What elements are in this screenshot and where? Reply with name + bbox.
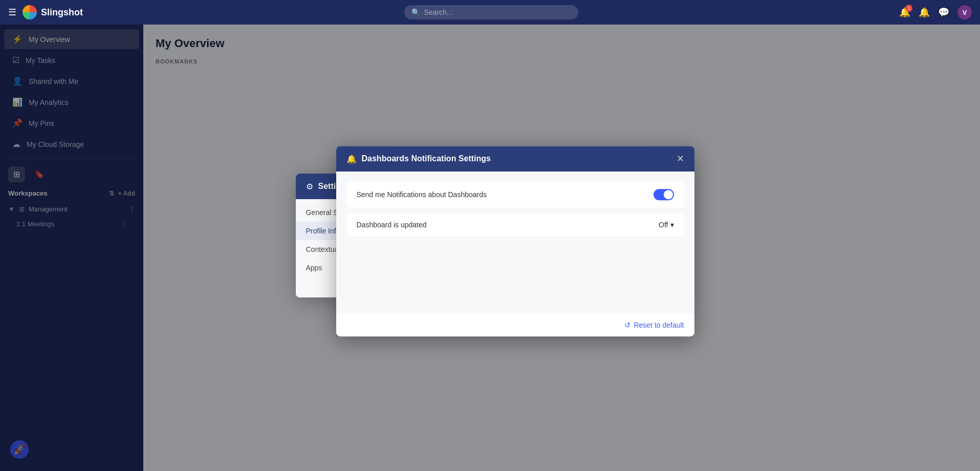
notification-badge: 1 bbox=[905, 5, 912, 12]
dashboard-updated-dropdown[interactable]: Off ▾ bbox=[659, 221, 673, 229]
notif-footer: ↺ Reset to default bbox=[336, 314, 694, 336]
app-logo[interactable]: Slingshot bbox=[23, 5, 83, 19]
logo-circle bbox=[23, 5, 37, 19]
notification-settings-modal: 🔔 Dashboards Notification Settings ✕ Sen… bbox=[336, 146, 694, 336]
reset-to-default-button[interactable]: ↺ Reset to default bbox=[624, 321, 684, 329]
notif-row-updated: Dashboard is updated Off ▾ bbox=[346, 213, 684, 236]
notif-body: Send me Notifications about Dashboards D… bbox=[336, 172, 694, 314]
menu-icon[interactable]: ☰ bbox=[8, 7, 16, 18]
dashboard-updated-label: Dashboard is updated bbox=[357, 221, 427, 229]
notif-bell-icon: 🔔 bbox=[346, 154, 357, 164]
notif-title: Dashboards Notification Settings bbox=[362, 154, 671, 163]
notif-spacer bbox=[346, 242, 684, 304]
search-input[interactable] bbox=[424, 8, 571, 16]
search-bar[interactable]: 🔍 bbox=[404, 5, 578, 19]
notifications-icon[interactable]: 🔔 1 bbox=[899, 7, 910, 18]
chat-icon[interactable]: 💬 bbox=[938, 7, 949, 18]
notif-close-button[interactable]: ✕ bbox=[677, 153, 684, 164]
search-icon: 🔍 bbox=[411, 8, 420, 16]
user-avatar[interactable]: V bbox=[957, 5, 972, 19]
topbar-actions: 🔔 1 🔔 💬 V bbox=[899, 5, 972, 19]
topbar: ☰ Slingshot 🔍 🔔 1 🔔 💬 V bbox=[0, 0, 980, 25]
notif-header: 🔔 Dashboards Notification Settings ✕ bbox=[336, 146, 694, 172]
reset-icon: ↺ bbox=[624, 321, 630, 329]
notif-row-send: Send me Notifications about Dashboards bbox=[346, 182, 684, 207]
dropdown-value: Off bbox=[659, 221, 668, 229]
dropdown-chevron-icon: ▾ bbox=[670, 221, 674, 229]
reset-label: Reset to default bbox=[634, 321, 684, 329]
app-name: Slingshot bbox=[41, 7, 83, 18]
send-notifications-label: Send me Notifications about Dashboards bbox=[357, 190, 487, 199]
bell-icon[interactable]: 🔔 bbox=[919, 7, 930, 18]
settings-gear-icon: ⚙ bbox=[306, 182, 313, 191]
send-notifications-toggle[interactable] bbox=[654, 189, 674, 200]
